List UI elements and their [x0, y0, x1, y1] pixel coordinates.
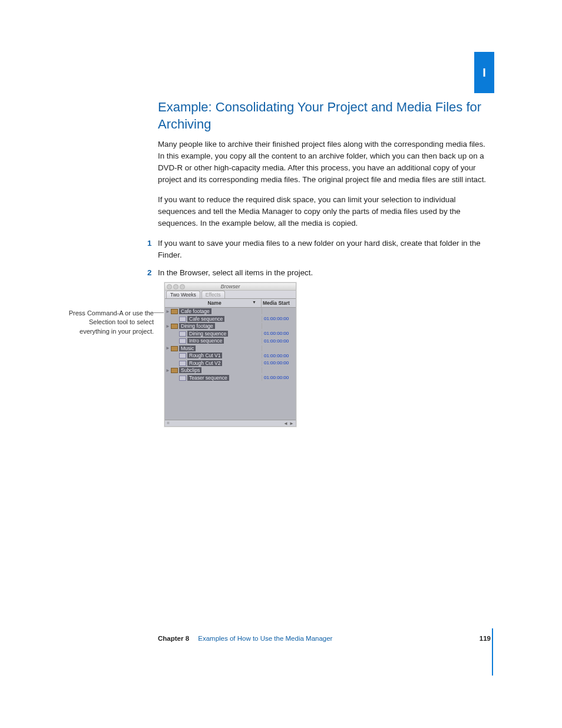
item-label: Subclips [179, 367, 201, 373]
sequence-icon [179, 338, 186, 344]
item-label: Dining footage [179, 323, 215, 329]
item-label: Dining sequence [187, 331, 228, 337]
list-item[interactable]: Teaser sequence01:00:00:00 [165, 374, 296, 382]
close-icon[interactable] [167, 284, 172, 289]
step-number: 2 [147, 267, 151, 279]
page-number: 119 [480, 635, 491, 642]
step-1: 1 If you want to save your media files t… [158, 238, 491, 261]
browser-tabs: Two Weeks Effects [165, 291, 296, 299]
sequence-icon [179, 331, 186, 337]
disclosure-icon[interactable]: ► [165, 324, 171, 329]
bin-icon [171, 324, 178, 329]
resize-grip-icon[interactable]: ⌗ [167, 420, 170, 426]
sequence-icon [179, 317, 186, 322]
content-column: Example: Consolidating Your Project and … [158, 99, 491, 285]
figure-caption: Press Command-A or use the Selection too… [62, 309, 154, 336]
disclosure-icon[interactable]: ► [165, 345, 171, 351]
browser-titlebar: Browser [165, 283, 296, 291]
paragraph-2: If you want to reduce the required disk … [158, 194, 491, 229]
media-start-value: 01:00:00:00 [262, 331, 296, 336]
disclosure-icon[interactable]: ► [165, 309, 171, 314]
chapter-label: Chapter 8 [158, 635, 189, 642]
step-text: If you want to save your media files to … [158, 239, 481, 259]
bin-icon [171, 309, 178, 314]
tab-effects[interactable]: Effects [201, 291, 225, 298]
section-heading: Example: Consolidating Your Project and … [158, 99, 491, 133]
paragraph-1: Many people like to archive their finish… [158, 139, 491, 186]
list-item[interactable]: ►Dining footage [165, 322, 296, 330]
step-2: 2 In the Browser, select all items in th… [158, 267, 491, 279]
media-start-value: 01:00:00:00 [262, 316, 296, 321]
item-label: Rough Cut V2 [187, 360, 222, 366]
bin-icon [171, 346, 178, 351]
minimize-icon[interactable] [173, 284, 178, 289]
page: I Example: Consolidating Your Project an… [0, 0, 562, 728]
nav-arrows[interactable]: ◄ ► [283, 421, 294, 426]
list-item[interactable]: Dining sequence01:00:00:00 [165, 330, 296, 338]
media-start-value: 01:00:00:00 [262, 353, 296, 358]
list-item[interactable]: Rough Cut V101:00:00:00 [165, 352, 296, 360]
caption-leader-line [154, 312, 164, 313]
media-start-value: 01:00:00:00 [262, 338, 296, 344]
page-footer: Chapter 8 Examples of How to Use the Med… [158, 635, 491, 642]
browser-window: Browser Two Weeks Effects Name ▼ Media S… [164, 282, 296, 427]
item-label: Intro sequence [187, 338, 224, 344]
item-label: Rough Cut V1 [187, 353, 222, 358]
list-item[interactable]: ►Music [165, 345, 296, 353]
browser-rows: ►Cafe footageCafe sequence01:00:00:00►Di… [165, 308, 296, 420]
section-rule [492, 628, 493, 676]
bin-icon [171, 368, 178, 373]
column-media-start[interactable]: Media Start [262, 299, 296, 307]
browser-footer: ⌗ ◄ ► [165, 420, 296, 426]
traffic-lights[interactable] [167, 284, 185, 289]
list-item[interactable]: ►Cafe footage [165, 308, 296, 315]
tab-two-weeks[interactable]: Two Weeks [166, 291, 200, 298]
list-item[interactable]: ►Subclips [165, 367, 296, 374]
column-name-label: Name [207, 300, 221, 306]
list-item[interactable]: Cafe sequence01:00:00:00 [165, 315, 296, 323]
column-headers: Name ▼ Media Start [165, 299, 296, 308]
step-text: In the Browser, select all items in the … [158, 268, 313, 277]
sequence-icon [179, 361, 186, 366]
item-label: Cafe footage [179, 308, 211, 314]
sequence-icon [179, 375, 186, 381]
list-item[interactable]: Intro sequence01:00:00:00 [165, 337, 296, 345]
sequence-icon [179, 353, 186, 358]
chapter-title: Examples of How to Use the Media Manager [198, 635, 332, 642]
media-start-value: 01:00:00:00 [262, 360, 296, 365]
media-start-value: 01:00:00:00 [262, 375, 296, 380]
item-label: Music [179, 345, 196, 351]
disclosure-icon[interactable]: ► [165, 368, 171, 373]
zoom-icon[interactable] [180, 284, 185, 289]
window-title: Browser [220, 284, 240, 289]
section-tab: I [474, 52, 494, 93]
step-number: 1 [147, 238, 151, 249]
step-list: 1 If you want to save your media files t… [158, 238, 491, 279]
item-label: Cafe sequence [187, 316, 224, 322]
column-name[interactable]: Name ▼ [165, 299, 262, 307]
list-item[interactable]: Rough Cut V201:00:00:00 [165, 360, 296, 367]
sort-indicator-icon: ▼ [252, 300, 256, 304]
item-label: Teaser sequence [187, 375, 229, 381]
